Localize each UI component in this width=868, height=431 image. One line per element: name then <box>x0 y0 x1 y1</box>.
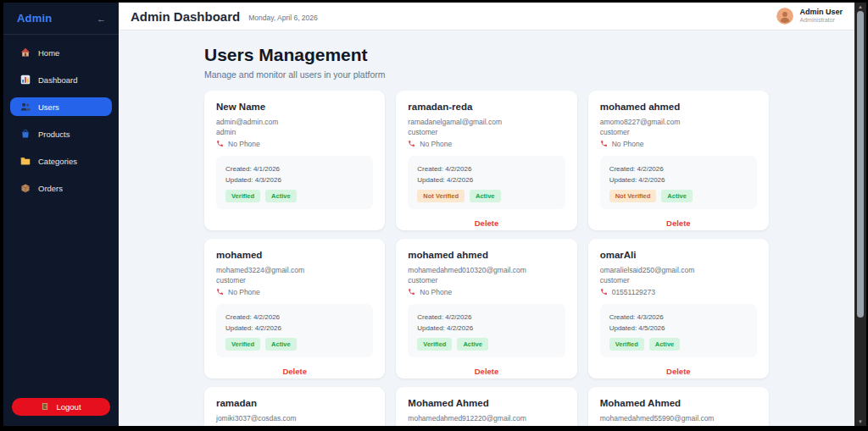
sidebar-item-users[interactable]: Users <box>10 97 112 116</box>
badges-row: VerifiedActive <box>609 338 748 351</box>
user-name: mohamed ahmed <box>408 250 565 260</box>
user-meta-panel: Created: 4/2/2026 Updated: 4/2/2026 Veri… <box>408 304 565 357</box>
phone-icon <box>600 140 608 147</box>
sidebar-item-dashboard[interactable]: Dashboard <box>10 70 112 89</box>
user-phone: No Phone <box>408 288 565 296</box>
user-updated: Updated: 4/2/2026 <box>417 323 555 334</box>
sidebar-item-orders[interactable]: Orders <box>10 179 112 197</box>
delete-row: Delete <box>600 357 757 379</box>
user-email: admin@admin.com <box>216 118 373 128</box>
user-name: omarAli <box>600 250 757 260</box>
categories-icon <box>20 156 31 166</box>
profile-role: Administrator <box>799 17 843 24</box>
status-badge: Not Verified <box>609 190 657 202</box>
user-card: ramadan jomiki3037@cosdas.com customer N… <box>204 387 385 426</box>
sidebar-footer: Logout <box>3 398 119 426</box>
user-phone-text: No Phone <box>420 288 452 296</box>
badges-row: VerifiedActive <box>417 338 555 351</box>
content-container: Users Management Manage and monitor all … <box>204 45 769 426</box>
user-phone: No Phone <box>216 288 373 296</box>
user-email: amomo8227@gmail.com <box>600 118 757 128</box>
badges-row: Not VerifiedActive <box>609 190 748 202</box>
user-name: mohamed <box>216 250 373 260</box>
sidebar-item-products[interactable]: Products <box>10 124 112 143</box>
user-name: Mohamed Ahmed <box>408 398 565 408</box>
status-badge: Not Verified <box>417 190 465 202</box>
user-role: customer <box>216 276 373 286</box>
user-email: jomiki3037@cosdas.com <box>216 414 373 424</box>
window-scrollbar[interactable]: ▲ ▼ <box>854 3 866 426</box>
user-card: mohamed ahmed amomo8227@gmail.com custom… <box>588 91 769 230</box>
admin-app: Admin ← Home Dashboard <box>3 3 866 426</box>
status-badge: Active <box>265 190 297 202</box>
logout-label: Logout <box>56 402 81 412</box>
user-card: New Name admin@admin.com admin No Phone … <box>204 91 385 230</box>
user-created: Created: 4/1/2026 <box>225 163 364 174</box>
sidebar-item-label: Products <box>38 130 70 139</box>
user-meta-panel: Created: 4/3/2026 Updated: 4/5/2026 Veri… <box>600 304 757 357</box>
user-card: Mohamed Ahmed mohamedahmed55990@gmail.co… <box>588 387 769 426</box>
top-header: Admin Dashboard Monday, April 6, 2026 Ad… <box>119 3 854 30</box>
users-icon <box>20 102 31 112</box>
sidebar-item-home[interactable]: Home <box>10 43 112 62</box>
delete-user-button[interactable]: Delete <box>475 218 499 228</box>
user-meta-panel: Created: 4/2/2026 Updated: 4/2/2026 Veri… <box>216 304 373 357</box>
user-role: customer <box>408 128 565 138</box>
user-meta-panel: Created: 4/1/2026 Updated: 4/3/2026 Veri… <box>216 156 373 209</box>
scrollbar-down-arrow[interactable]: ▼ <box>854 418 866 425</box>
status-badge: Active <box>265 338 297 351</box>
phone-icon <box>408 140 415 147</box>
page-header-title: Admin Dashboard <box>131 9 240 24</box>
status-badge: Active <box>649 338 681 351</box>
user-created: Created: 4/2/2026 <box>225 312 364 323</box>
content-area: Users Management Manage and monitor all … <box>119 30 854 426</box>
status-badge: Verified <box>225 338 260 351</box>
user-phone: No Phone <box>600 140 757 148</box>
delete-user-button[interactable]: Delete <box>475 367 499 376</box>
delete-user-button[interactable]: Delete <box>282 367 307 376</box>
user-created: Created: 4/2/2026 <box>609 163 748 174</box>
user-email: mohamedahmed55990@gmail.com <box>600 414 757 424</box>
phone-icon <box>216 140 224 147</box>
status-badge: Verified <box>225 190 260 202</box>
phone-icon <box>216 288 224 296</box>
phone-icon <box>408 288 415 296</box>
user-card: ramadan-reda ramadanelgamal@gmail.com cu… <box>396 91 576 230</box>
user-meta-panel: Created: 4/2/2026 Updated: 4/2/2026 Not … <box>408 156 565 209</box>
user-updated: Updated: 4/3/2026 <box>225 174 364 185</box>
user-phone-text: No Phone <box>228 140 260 148</box>
delete-row: Delete <box>408 357 565 379</box>
profile-name: Admin User <box>799 8 843 17</box>
user-phone-text: 01551129273 <box>612 288 655 296</box>
user-email: mohamedahmed010320@gmail.com <box>408 266 565 276</box>
logout-button[interactable]: Logout <box>12 398 110 416</box>
brand-logo: Admin <box>17 12 52 25</box>
status-badge: Active <box>470 190 501 202</box>
user-profile[interactable]: Admin User Administrator <box>776 8 843 25</box>
user-name: mohamed ahmed <box>600 102 757 112</box>
user-card: omarAli omaralielsaid250@gmail.com custo… <box>588 239 769 379</box>
sidebar-nav: Home Dashboard Users Products <box>3 35 119 206</box>
phone-icon <box>600 288 608 296</box>
delete-user-button[interactable]: Delete <box>666 367 691 376</box>
user-updated: Updated: 4/5/2026 <box>609 323 748 334</box>
delete-row: Delete <box>600 209 757 230</box>
user-name: ramadan <box>216 398 373 408</box>
user-email: ramadanelgamal@gmail.com <box>408 118 565 128</box>
user-created: Created: 4/2/2026 <box>417 312 555 323</box>
sidebar-item-categories[interactable]: Categories <box>10 152 112 170</box>
sidebar-item-label: Categories <box>38 157 77 166</box>
user-role: admin <box>216 128 373 138</box>
window-frame: Admin ← Home Dashboard <box>0 0 868 431</box>
status-badge: Active <box>661 190 693 202</box>
user-name: Mohamed Ahmed <box>600 398 757 408</box>
scrollbar-thumb[interactable] <box>857 11 864 318</box>
sidebar-collapse-button[interactable]: ← <box>97 14 106 24</box>
avatar <box>776 8 793 25</box>
users-grid: New Name admin@admin.com admin No Phone … <box>204 91 769 426</box>
scrollbar-up-arrow[interactable]: ▲ <box>854 3 866 10</box>
badges-row: Not VerifiedActive <box>417 190 555 202</box>
delete-user-button[interactable]: Delete <box>666 218 691 228</box>
sidebar-item-label: Dashboard <box>38 75 77 85</box>
sidebar-header: Admin ← <box>3 3 119 35</box>
